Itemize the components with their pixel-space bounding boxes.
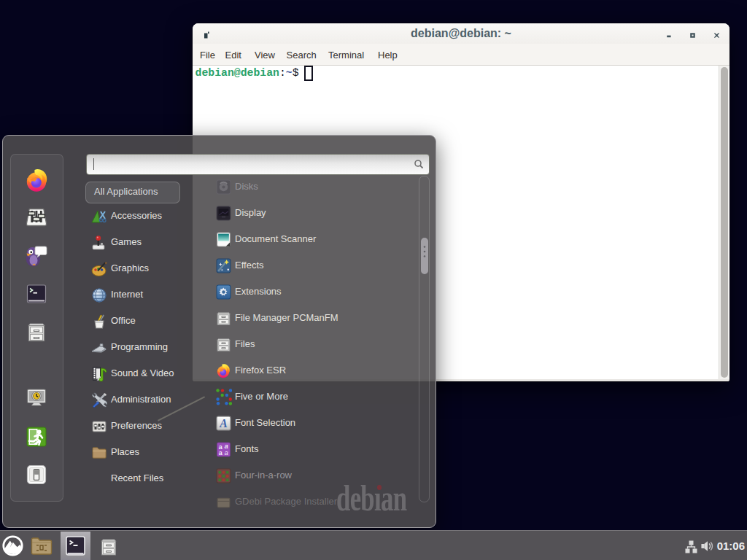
svg-text:A: A [219,417,228,429]
svg-text:a: a [225,449,228,456]
